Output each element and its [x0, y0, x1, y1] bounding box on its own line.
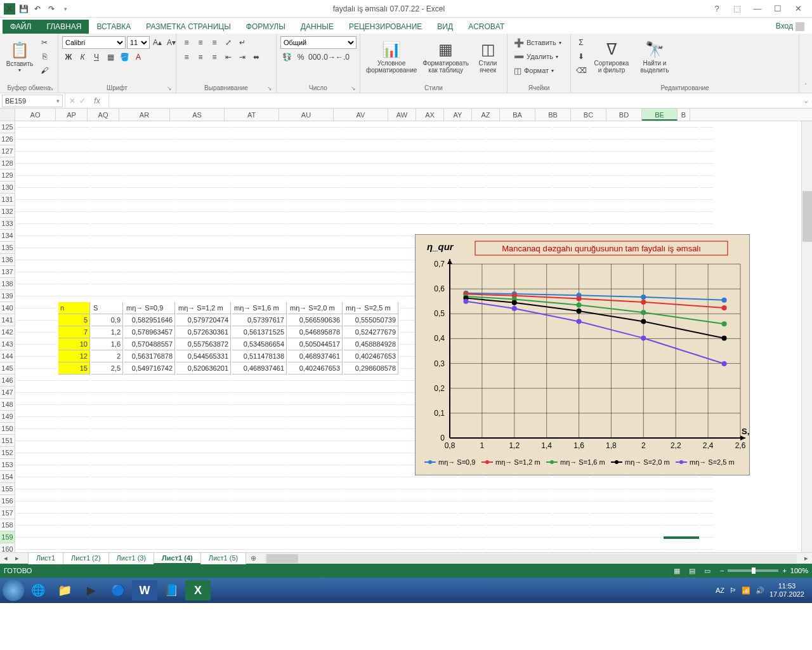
cell[interactable]	[58, 549, 90, 550]
cell[interactable]	[700, 187, 713, 188]
cell[interactable]	[700, 489, 713, 489]
cell[interactable]: 0,566590636	[288, 314, 343, 326]
cell[interactable]	[458, 489, 486, 489]
italic-icon[interactable]: К	[76, 51, 89, 63]
cell[interactable]	[700, 163, 713, 164]
cell[interactable]	[553, 139, 589, 140]
cell[interactable]: 12	[58, 350, 90, 362]
horizontal-scrollbar[interactable]	[265, 554, 797, 563]
cell[interactable]	[176, 489, 231, 489]
increase-decimal-icon[interactable]: .0→	[322, 51, 335, 63]
tray-sound-icon[interactable]: 🔊	[756, 587, 764, 595]
cell[interactable]	[664, 151, 699, 152]
row-header[interactable]: 141	[0, 314, 15, 326]
cell[interactable]	[344, 272, 398, 272]
cell[interactable]	[176, 404, 231, 405]
cell[interactable]	[400, 127, 428, 128]
row-header[interactable]: 155	[0, 483, 15, 495]
increase-font-icon[interactable]: A▴	[151, 36, 164, 49]
cell[interactable]	[16, 151, 57, 152]
row-header[interactable]: 159	[0, 531, 15, 543]
row-header[interactable]: 132	[0, 206, 15, 218]
cell[interactable]	[627, 127, 662, 128]
cell[interactable]	[176, 248, 231, 248]
cell[interactable]: 0,298608578	[344, 362, 398, 375]
row-header[interactable]: 157	[0, 507, 15, 519]
cell[interactable]	[16, 368, 57, 369]
taskbar-ie-icon[interactable]: 🌐	[25, 580, 51, 600]
cell[interactable]	[344, 127, 398, 128]
fill-color-icon[interactable]: 🪣	[118, 51, 131, 63]
cell[interactable]	[16, 428, 57, 429]
align-center-icon[interactable]: ≡	[194, 51, 207, 63]
currency-icon[interactable]: 💱	[280, 51, 293, 63]
cell[interactable]: 0,561371525	[232, 326, 287, 338]
cell[interactable]	[344, 513, 398, 514]
cell[interactable]	[124, 211, 175, 212]
wrap-text-icon[interactable]: ↵	[236, 36, 249, 49]
merge-icon[interactable]: ⬌	[250, 51, 263, 63]
cell[interactable]	[458, 223, 486, 224]
cell[interactable]	[429, 223, 457, 224]
column-header[interactable]: AT	[225, 109, 279, 121]
cell[interactable]: mη→ S=2,5 m	[344, 302, 398, 314]
cell[interactable]	[516, 549, 552, 550]
cell[interactable]	[429, 537, 457, 538]
cell[interactable]: 0,555050739	[344, 314, 398, 326]
cell[interactable]: 1,6	[91, 338, 123, 350]
column-header[interactable]: AQ	[88, 109, 119, 121]
taskbar-explorer-icon[interactable]: 📁	[52, 580, 77, 600]
cell[interactable]	[124, 465, 175, 465]
collapse-ribbon-icon[interactable]: ˆ	[804, 83, 806, 90]
cell[interactable]	[516, 513, 552, 514]
tab-рецензирование[interactable]: РЕЦЕНЗИРОВАНИЕ	[341, 20, 429, 34]
cell[interactable]	[16, 211, 57, 212]
column-header[interactable]: BB	[535, 109, 571, 121]
percent-icon[interactable]: %	[294, 51, 307, 63]
cell[interactable]	[232, 404, 287, 405]
cell[interactable]	[487, 127, 515, 128]
cell[interactable]	[590, 477, 625, 477]
cell[interactable]	[700, 211, 713, 212]
cell[interactable]	[516, 187, 552, 188]
cell[interactable]	[664, 127, 699, 128]
cell[interactable]	[429, 199, 457, 200]
cell[interactable]	[58, 272, 90, 272]
cell[interactable]	[124, 404, 175, 405]
cell[interactable]	[58, 187, 90, 188]
cell[interactable]	[58, 501, 90, 501]
cell[interactable]	[91, 127, 123, 128]
cell[interactable]	[288, 441, 343, 441]
qat-dropdown-icon[interactable]: ▾	[60, 3, 71, 15]
cell[interactable]	[344, 392, 398, 393]
cell[interactable]: 0,544565331	[176, 350, 231, 362]
cell[interactable]	[176, 428, 231, 429]
save-icon[interactable]: 💾	[18, 3, 29, 15]
cell[interactable]: 0,458884928	[344, 338, 398, 350]
zoom-in-icon[interactable]: +	[782, 567, 786, 574]
tab-формулы[interactable]: ФОРМУЛЫ	[239, 20, 293, 34]
font-size-select[interactable]: 11	[127, 36, 150, 49]
cell[interactable]	[590, 139, 625, 140]
cell[interactable]	[664, 501, 699, 501]
cell[interactable]	[16, 380, 57, 381]
cell[interactable]	[91, 260, 123, 260]
format-cells-button[interactable]: ◫Формат▾	[511, 64, 556, 77]
row-header[interactable]: 153	[0, 459, 15, 471]
cell[interactable]	[91, 139, 123, 140]
column-header[interactable]: AO	[15, 109, 56, 121]
cell[interactable]	[400, 537, 428, 538]
column-header[interactable]: AR	[119, 109, 170, 121]
cell[interactable]	[16, 163, 57, 164]
cell[interactable]	[16, 175, 57, 176]
cell[interactable]	[700, 537, 713, 538]
cell[interactable]: mη→ S=1,2 m	[176, 302, 231, 314]
cell[interactable]	[176, 525, 231, 526]
align-top-icon[interactable]: ≡	[180, 36, 193, 49]
row-header[interactable]: 150	[0, 423, 15, 435]
cell[interactable]	[232, 416, 287, 417]
cell[interactable]	[458, 513, 486, 514]
cell[interactable]	[16, 465, 57, 465]
cell[interactable]	[232, 139, 287, 140]
cell[interactable]	[176, 139, 231, 140]
